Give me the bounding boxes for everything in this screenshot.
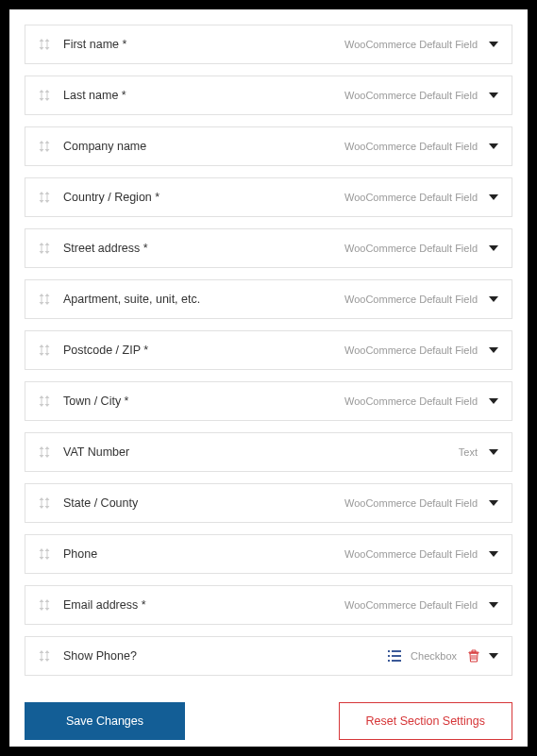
- svg-rect-3: [392, 655, 401, 657]
- field-label: Show Phone?: [63, 649, 388, 663]
- svg-rect-5: [392, 660, 401, 662]
- save-button[interactable]: Save Changes: [25, 702, 185, 740]
- field-type-label: WooCommerce Default Field: [344, 548, 478, 560]
- reset-button[interactable]: Reset Section Settings: [339, 702, 512, 740]
- field-row[interactable]: Company nameWooCommerce Default Field: [25, 126, 512, 166]
- field-type-label: WooCommerce Default Field: [344, 344, 478, 356]
- chevron-down-icon[interactable]: [489, 42, 498, 47]
- field-label: First name *: [63, 38, 344, 51]
- footer: Save Changes Reset Section Settings: [25, 702, 512, 740]
- app-frame: First name *WooCommerce Default FieldLas…: [0, 0, 537, 756]
- field-label: State / County: [63, 496, 344, 510]
- field-label: Postcode / ZIP *: [63, 344, 344, 357]
- drag-handle-icon[interactable]: [39, 344, 50, 357]
- field-type-label: WooCommerce Default Field: [344, 395, 478, 407]
- field-row[interactable]: PhoneWooCommerce Default Field: [25, 534, 512, 574]
- chevron-down-icon[interactable]: [489, 398, 498, 404]
- trash-icon[interactable]: [468, 649, 479, 663]
- drag-handle-icon[interactable]: [39, 598, 50, 612]
- field-label: Country / Region *: [63, 191, 344, 204]
- drag-handle-icon[interactable]: [39, 242, 50, 255]
- chevron-down-icon[interactable]: [489, 653, 498, 659]
- chevron-down-icon[interactable]: [489, 347, 498, 353]
- field-type-label: WooCommerce Default Field: [344, 90, 478, 101]
- field-label: Email address *: [63, 598, 344, 612]
- svg-rect-1: [392, 650, 401, 652]
- field-type-label: Text: [459, 446, 478, 458]
- field-row[interactable]: VAT NumberText: [25, 432, 512, 472]
- field-label: Town / City *: [63, 395, 344, 408]
- field-type-label: WooCommerce Default Field: [344, 141, 478, 152]
- svg-rect-2: [388, 655, 390, 657]
- chevron-down-icon[interactable]: [489, 296, 498, 302]
- field-row[interactable]: Street address *WooCommerce Default Fiel…: [25, 228, 512, 268]
- field-row[interactable]: Show Phone?Checkbox: [25, 636, 512, 676]
- chevron-down-icon[interactable]: [489, 500, 498, 506]
- chevron-down-icon[interactable]: [489, 551, 498, 557]
- chevron-down-icon[interactable]: [489, 92, 498, 98]
- field-row[interactable]: Last name *WooCommerce Default Field: [25, 76, 512, 115]
- field-label: VAT Number: [63, 445, 459, 459]
- chevron-down-icon[interactable]: [489, 449, 498, 455]
- field-type-label: Checkbox: [411, 650, 457, 662]
- field-label: Company name: [63, 140, 344, 153]
- field-label: Last name *: [63, 89, 344, 102]
- field-row[interactable]: Country / Region *WooCommerce Default Fi…: [25, 177, 512, 217]
- drag-handle-icon[interactable]: [39, 191, 50, 204]
- field-row[interactable]: First name *WooCommerce Default Field: [25, 25, 512, 64]
- drag-handle-icon[interactable]: [39, 293, 50, 306]
- drag-handle-icon[interactable]: [39, 38, 50, 51]
- field-row[interactable]: Town / City *WooCommerce Default Field: [25, 381, 512, 421]
- field-list: First name *WooCommerce Default FieldLas…: [25, 25, 512, 676]
- svg-rect-0: [388, 650, 390, 652]
- drag-handle-icon[interactable]: [39, 140, 50, 153]
- list-icon[interactable]: [388, 650, 401, 662]
- drag-handle-icon[interactable]: [39, 496, 50, 510]
- field-row[interactable]: State / CountyWooCommerce Default Field: [25, 483, 512, 523]
- field-row[interactable]: Apartment, suite, unit, etc.WooCommerce …: [25, 279, 512, 319]
- field-type-label: WooCommerce Default Field: [344, 192, 478, 203]
- chevron-down-icon[interactable]: [489, 245, 498, 251]
- drag-handle-icon[interactable]: [39, 445, 50, 459]
- chevron-down-icon[interactable]: [489, 602, 498, 608]
- drag-handle-icon[interactable]: [39, 547, 50, 561]
- field-label: Apartment, suite, unit, etc.: [63, 293, 344, 306]
- field-type-label: WooCommerce Default Field: [344, 497, 478, 509]
- drag-handle-icon[interactable]: [39, 395, 50, 408]
- field-type-label: WooCommerce Default Field: [344, 294, 478, 305]
- chevron-down-icon[interactable]: [489, 143, 498, 149]
- svg-rect-4: [388, 660, 390, 662]
- field-label: Street address *: [63, 242, 344, 255]
- field-label: Phone: [63, 547, 344, 561]
- chevron-down-icon[interactable]: [489, 194, 498, 200]
- drag-handle-icon[interactable]: [39, 89, 50, 102]
- field-type-label: WooCommerce Default Field: [344, 39, 478, 50]
- field-row[interactable]: Postcode / ZIP *WooCommerce Default Fiel…: [25, 330, 512, 370]
- field-type-label: WooCommerce Default Field: [344, 243, 478, 254]
- field-row[interactable]: Email address *WooCommerce Default Field: [25, 585, 512, 625]
- field-type-label: WooCommerce Default Field: [344, 599, 478, 611]
- drag-handle-icon[interactable]: [39, 649, 50, 663]
